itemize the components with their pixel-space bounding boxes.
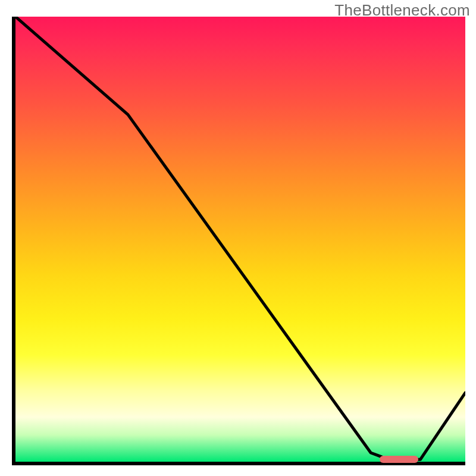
optimal-range-marker [380, 456, 418, 463]
bottleneck-curve [15, 17, 465, 459]
plot-area [12, 17, 465, 465]
bottleneck-chart: TheBottleneck.com [0, 0, 476, 476]
curve-layer [15, 17, 465, 462]
